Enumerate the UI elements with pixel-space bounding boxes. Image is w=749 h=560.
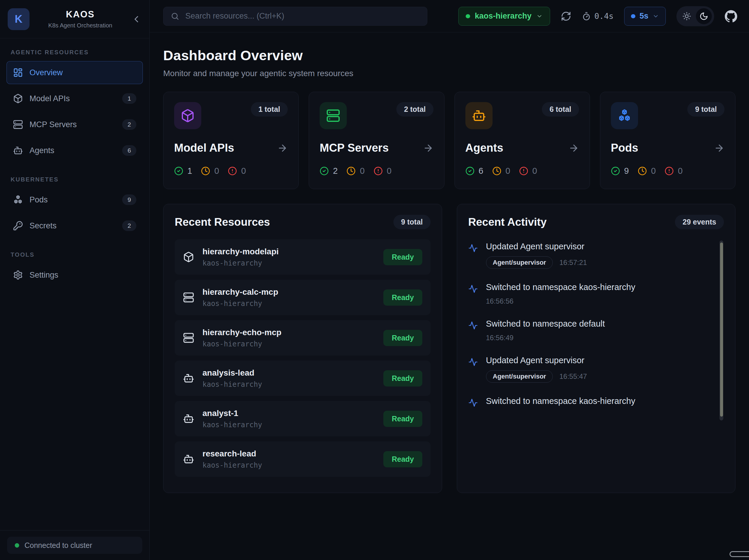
stat-card-iconbox [174,102,201,129]
timer-icon [582,12,591,21]
github-icon[interactable] [725,10,737,22]
status-badge: Ready [383,411,422,427]
resource-row[interactable]: hierarchy-echo-mcp kaos-hierarchy Ready [175,320,431,356]
resource-namespace: kaos-hierarchy [202,300,278,308]
resource-row[interactable]: hierarchy-modelapi kaos-hierarchy Ready [175,239,431,275]
app-name: KAOS [66,9,95,20]
search-icon [171,12,179,21]
sidebar-item-label: Settings [29,271,136,280]
latency-value: 0.4s [594,12,614,21]
stat-card-counts: 1 0 0 [174,166,288,176]
sidebar: K KAOS K8s Agent Orchestration AGENTIC R… [0,0,150,560]
sidebar-item-label: Pods [29,195,116,204]
activity-list: Updated Agent supervisor Agent/superviso… [468,242,724,422]
resource-row[interactable]: analysis-lead kaos-hierarchy Ready [175,361,431,396]
activity-scrollbar [720,240,723,421]
namespace-label: kaos-hierarchy [475,12,532,21]
namespace-selector[interactable]: kaos-hierarchy [458,7,550,26]
sidebar-item-label: Agents [29,146,116,155]
page-content: Dashboard Overview Monitor and manage yo… [150,33,749,560]
stat-card-title: Model APIs [174,142,234,154]
total-badge: 1 total [251,102,288,116]
resource-name: research-lead [202,449,262,458]
chevron-down-icon [652,13,659,20]
count-badge: 9 [122,194,136,205]
sidebar-item-label: Overview [29,68,136,77]
sidebar-nav: AGENTIC RESOURCES Overview Model APIs 1 … [0,38,149,530]
horizontal-scrollbar-thumb[interactable] [729,551,749,557]
stat-card-title: Agents [465,142,504,154]
resource-name: analyst-1 [202,409,262,418]
gear-icon [13,270,23,280]
arrow-right-icon[interactable] [423,143,433,153]
namespace-dot-icon [466,14,470,18]
bot-icon [472,109,486,123]
search-input[interactable] [185,11,420,21]
sidebar-section-label: TOOLS [10,251,139,258]
resource-row[interactable]: analyst-1 kaos-hierarchy Ready [175,401,431,436]
alert-circle-icon [373,166,383,176]
failed-count: 0 [241,166,246,176]
recent-activity-panel: Recent Activity 29 events Updated Agent … [457,204,736,493]
status-badge: Ready [383,249,422,265]
resource-row[interactable]: research-lead kaos-hierarchy Ready [175,441,431,477]
activity-timestamp: 16:57:21 [559,258,587,267]
status-badge: Ready [383,451,422,467]
sidebar-item-secrets[interactable]: Secrets 2 [6,214,143,237]
resource-namespace: kaos-hierarchy [202,340,281,348]
arrow-right-icon[interactable] [714,143,725,153]
activity-item: Switched to namespace kaos-hierarchy 16:… [468,282,704,305]
sidebar-section-label: KUBERNETES [10,176,139,183]
topbar-controls: kaos-hierarchy 0.4s 5s [458,6,737,26]
arrow-right-icon[interactable] [277,143,288,153]
activity-item: Updated Agent supervisor Agent/superviso… [468,242,704,269]
dark-theme-button[interactable] [696,8,712,24]
recent-resources-panel: Recent Resources 9 total hierarchy-model… [163,204,442,493]
panel-title: Recent Resources [175,216,270,228]
activity-icon [468,357,478,367]
arrow-right-icon[interactable] [569,143,579,153]
refresh-icon[interactable] [561,11,571,22]
activity-scrollbar-thumb[interactable] [720,242,723,416]
resource-namespace: kaos-hierarchy [202,380,262,389]
sidebar-item-mcp-servers[interactable]: MCP Servers 2 [6,113,143,136]
sidebar-item-label: MCP Servers [29,120,116,129]
sidebar-section: AGENTIC RESOURCES Overview Model APIs 1 … [6,49,143,162]
sidebar-section-items: Pods 9 Secrets 2 [6,188,143,237]
stat-card-pods[interactable]: 9 total Pods 9 0 0 [600,92,735,189]
sidebar-collapse-icon[interactable] [131,14,142,24]
stat-card-mcp-servers[interactable]: 2 total MCP Servers 2 0 0 [309,92,444,189]
stat-card-iconbox [320,102,347,129]
activity-icon [468,398,478,407]
activity-icon [468,243,478,253]
resource-row[interactable]: hierarchy-calc-mcp kaos-hierarchy Ready [175,280,431,315]
key-icon [13,221,23,231]
sidebar-item-model-apis[interactable]: Model APIs 1 [6,87,143,110]
activity-timestamp: 16:56:56 [486,297,514,305]
bot-icon [183,373,194,384]
interval-label: 5s [640,12,648,21]
sidebar-item-settings[interactable]: Settings [6,263,143,286]
cluster-status-label: Connected to cluster [24,541,92,550]
sidebar-section-items: Settings [6,263,143,286]
pending-count: 0 [506,166,510,176]
cube-icon [13,93,23,104]
light-theme-button[interactable] [679,8,695,24]
stat-card-iconbox [465,102,493,129]
activity-title: Updated Agent supervisor [486,242,587,251]
alert-circle-icon [228,166,237,176]
stat-card-agents[interactable]: 6 total Agents 6 0 0 [454,92,590,189]
sidebar-item-pods[interactable]: Pods 9 [6,188,143,211]
status-badge: Ready [383,370,422,387]
cube-icon [183,251,194,263]
refresh-interval-selector[interactable]: 5s [624,7,666,26]
activity-item: Switched to namespace default 16:56:49 [468,319,704,342]
resource-name: hierarchy-echo-mcp [202,328,281,337]
sidebar-item-agents[interactable]: Agents 6 [6,139,143,162]
check-circle-icon [611,166,620,176]
sidebar-item-overview[interactable]: Overview [6,61,143,84]
failed-count: 0 [387,166,392,176]
ready-count: 6 [479,166,484,176]
stat-card-model-apis[interactable]: 1 total Model APIs 1 0 0 [163,92,299,189]
stat-card-counts: 6 0 0 [465,166,579,176]
